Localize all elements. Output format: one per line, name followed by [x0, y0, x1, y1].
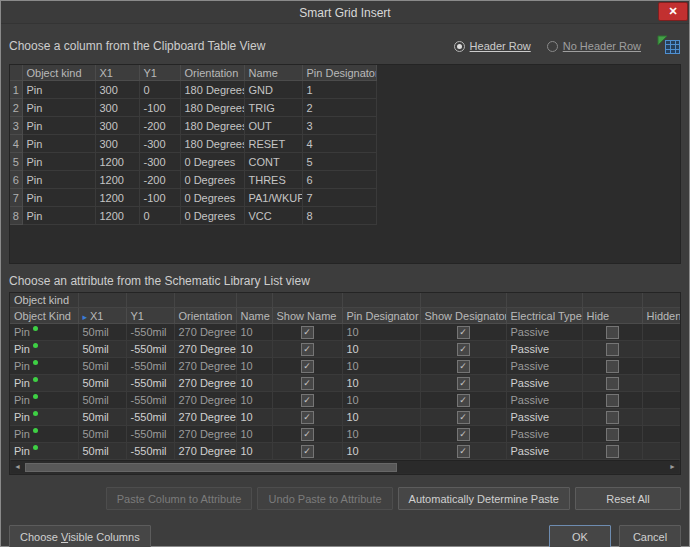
cell-object-kind[interactable]: Pin — [10, 392, 78, 409]
table-row[interactable]: 4Pin300-300180 DegreesRESET4 — [10, 135, 376, 153]
cell-object-kind[interactable]: Pin — [10, 341, 78, 358]
undo-paste-to-attribute-button[interactable]: Undo Paste to Attribute — [257, 487, 392, 510]
table-row[interactable]: 7Pin1200-1000 DegreesPA1/WKUP7 — [10, 189, 376, 207]
show-name-checkbox[interactable]: ✓ — [301, 326, 314, 339]
column-header[interactable]: Y1 — [126, 308, 174, 324]
show-name-checkbox[interactable]: ✓ — [301, 411, 314, 424]
automatically-determine-paste-button[interactable]: Automatically Determine Paste — [398, 487, 570, 510]
cell-pin-designator[interactable]: 10 — [342, 443, 420, 460]
cell[interactable]: 0 Degrees — [180, 171, 244, 189]
column-header[interactable]: Show Name — [272, 308, 342, 324]
cell-hidden-net[interactable] — [642, 375, 681, 392]
scrollbar-thumb[interactable] — [25, 463, 397, 472]
row-number[interactable]: 8 — [10, 207, 22, 225]
cell-name[interactable]: 10 — [236, 375, 272, 392]
cell[interactable]: Pin — [22, 81, 95, 99]
cell[interactable]: 6 — [302, 171, 376, 189]
cell[interactable]: GND — [244, 81, 302, 99]
cell[interactable]: 0 — [139, 81, 180, 99]
cell[interactable]: Pin — [22, 189, 95, 207]
table-row[interactable]: Pin50mil-550mil270 Degrees10✓10✓Passive — [10, 358, 681, 375]
table-row[interactable]: 2Pin300-100180 DegreesTRIG2 — [10, 99, 376, 117]
cell-x1[interactable]: 50mil — [78, 375, 126, 392]
cell[interactable]: 1 — [302, 81, 376, 99]
cell[interactable]: CONT — [244, 153, 302, 171]
cell[interactable]: 180 Degrees — [180, 135, 244, 153]
cell-name[interactable]: 10 — [236, 341, 272, 358]
cell-hidden-net[interactable] — [642, 358, 681, 375]
group-header-cell[interactable] — [236, 293, 272, 308]
cell[interactable]: RESET — [244, 135, 302, 153]
cell-x1[interactable]: 50mil — [78, 324, 126, 341]
hide-checkbox[interactable] — [606, 326, 619, 339]
hide-checkbox[interactable] — [606, 360, 619, 373]
cell[interactable]: -200 — [139, 117, 180, 135]
cell-electrical-type[interactable]: Passive — [506, 358, 582, 375]
choose-visible-columns-button[interactable]: Choose Visible Columns — [9, 525, 151, 547]
cell-hidden-net[interactable] — [642, 324, 681, 341]
hide-checkbox[interactable] — [606, 428, 619, 441]
cell-show-name[interactable]: ✓ — [272, 358, 342, 375]
cell-y1[interactable]: -550mil — [126, 409, 174, 426]
cell-hide[interactable] — [582, 392, 642, 409]
show-name-checkbox[interactable]: ✓ — [301, 394, 314, 407]
cell[interactable]: Pin — [22, 171, 95, 189]
group-header-cell[interactable] — [582, 293, 642, 308]
cell[interactable]: 1200 — [95, 189, 139, 207]
header-row-radio[interactable]: Header Row — [454, 40, 531, 52]
cell[interactable]: Pin — [22, 99, 95, 117]
column-header[interactable]: Object kind — [22, 65, 95, 81]
cell-hide[interactable] — [582, 426, 642, 443]
show-designator-checkbox[interactable]: ✓ — [457, 326, 470, 339]
close-button[interactable]: ✕ — [658, 2, 688, 21]
cell-show-designator[interactable]: ✓ — [420, 392, 506, 409]
group-header-cell[interactable] — [78, 293, 126, 308]
show-designator-checkbox[interactable]: ✓ — [457, 377, 470, 390]
cell-electrical-type[interactable]: Passive — [506, 392, 582, 409]
column-header[interactable]: Hide — [582, 308, 642, 324]
table-row[interactable]: Pin50mil-550mil270 Degrees10✓10✓Passive — [10, 443, 681, 460]
column-header[interactable]: Object Kind — [10, 308, 78, 324]
cell[interactable]: 180 Degrees — [180, 99, 244, 117]
cell-show-designator[interactable]: ✓ — [420, 358, 506, 375]
cell-name[interactable]: 10 — [236, 324, 272, 341]
cell-y1[interactable]: -550mil — [126, 426, 174, 443]
cell[interactable]: Pin — [22, 135, 95, 153]
cell-pin-designator[interactable]: 10 — [342, 409, 420, 426]
cell-electrical-type[interactable]: Passive — [506, 375, 582, 392]
cell-hidden-net[interactable] — [642, 443, 681, 460]
hide-checkbox[interactable] — [606, 445, 619, 458]
hide-checkbox[interactable] — [606, 343, 619, 356]
ok-button[interactable]: OK — [549, 525, 611, 547]
row-number[interactable]: 2 — [10, 99, 22, 117]
cell-orientation[interactable]: 270 Degrees — [174, 392, 236, 409]
cell-object-kind[interactable]: Pin — [10, 409, 78, 426]
cell-show-designator[interactable]: ✓ — [420, 324, 506, 341]
column-header[interactable]: X1 — [95, 65, 139, 81]
cell-hide[interactable] — [582, 324, 642, 341]
group-header-cell[interactable] — [342, 293, 420, 308]
row-number[interactable]: 6 — [10, 171, 22, 189]
cell-hide[interactable] — [582, 409, 642, 426]
cell[interactable]: -100 — [139, 189, 180, 207]
table-row[interactable]: Pin50mil-550mil270 Degrees10✓10✓Passive — [10, 375, 681, 392]
show-designator-checkbox[interactable]: ✓ — [457, 394, 470, 407]
row-number[interactable]: 3 — [10, 117, 22, 135]
cell[interactable]: 1200 — [95, 171, 139, 189]
cell-orientation[interactable]: 270 Degrees — [174, 409, 236, 426]
show-designator-checkbox[interactable]: ✓ — [457, 445, 470, 458]
show-designator-checkbox[interactable]: ✓ — [457, 428, 470, 441]
cell-hidden-net[interactable] — [642, 341, 681, 358]
horizontal-scrollbar[interactable]: ◄ ► — [11, 460, 679, 473]
cell[interactable]: 300 — [95, 81, 139, 99]
cell-pin-designator[interactable]: 10 — [342, 341, 420, 358]
table-row[interactable]: Pin50mil-550mil270 Degrees10✓10✓Passive — [10, 341, 681, 358]
cell-electrical-type[interactable]: Passive — [506, 409, 582, 426]
cell-object-kind[interactable]: Pin — [10, 375, 78, 392]
cell-x1[interactable]: 50mil — [78, 392, 126, 409]
cell-show-designator[interactable]: ✓ — [420, 409, 506, 426]
cell-orientation[interactable]: 270 Degrees — [174, 324, 236, 341]
cell[interactable]: -100 — [139, 99, 180, 117]
table-row[interactable]: 3Pin300-200180 DegreesOUT3 — [10, 117, 376, 135]
cell-show-name[interactable]: ✓ — [272, 392, 342, 409]
